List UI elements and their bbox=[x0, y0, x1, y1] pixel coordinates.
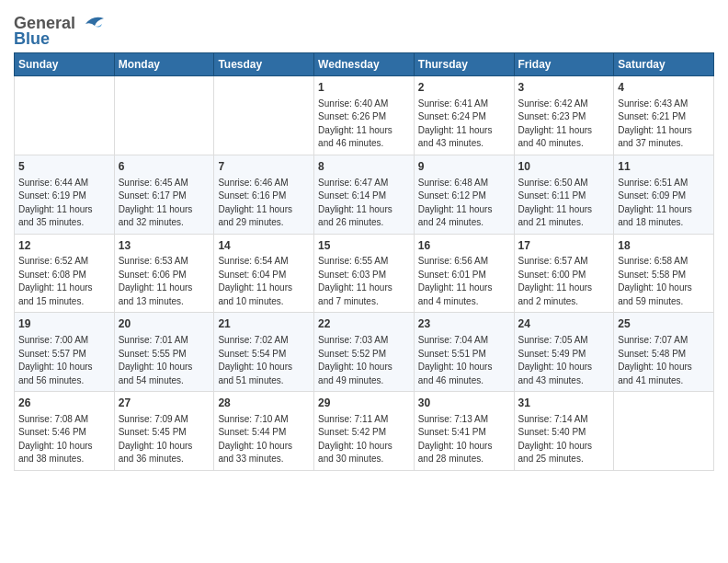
day-info: Sunrise: 6:57 AM Sunset: 6:00 PM Dayligh… bbox=[518, 255, 610, 308]
calendar-cell: 21Sunrise: 7:02 AM Sunset: 5:54 PM Dayli… bbox=[214, 313, 314, 392]
calendar-cell: 2Sunrise: 6:41 AM Sunset: 6:24 PM Daylig… bbox=[414, 76, 514, 155]
day-info: Sunrise: 7:11 AM Sunset: 5:42 PM Dayligh… bbox=[318, 413, 410, 466]
day-number: 23 bbox=[418, 316, 510, 332]
day-number: 21 bbox=[218, 316, 310, 332]
day-number: 9 bbox=[418, 159, 510, 175]
calendar-cell: 27Sunrise: 7:09 AM Sunset: 5:45 PM Dayli… bbox=[114, 392, 214, 471]
day-info: Sunrise: 6:56 AM Sunset: 6:01 PM Dayligh… bbox=[418, 255, 510, 308]
day-number: 27 bbox=[119, 396, 210, 411]
day-info: Sunrise: 7:14 AM Sunset: 5:40 PM Dayligh… bbox=[518, 413, 610, 466]
calendar-cell: 13Sunrise: 6:53 AM Sunset: 6:06 PM Dayli… bbox=[114, 234, 214, 313]
day-info: Sunrise: 6:53 AM Sunset: 6:06 PM Dayligh… bbox=[119, 255, 210, 308]
weekday-header-saturday: Saturday bbox=[614, 53, 714, 76]
calendar-cell: 26Sunrise: 7:08 AM Sunset: 5:46 PM Dayli… bbox=[15, 392, 115, 471]
logo-bird-icon bbox=[78, 13, 108, 33]
day-info: Sunrise: 6:46 AM Sunset: 6:16 PM Dayligh… bbox=[218, 177, 310, 230]
day-number: 30 bbox=[418, 396, 510, 411]
day-number: 12 bbox=[18, 238, 110, 254]
calendar-cell: 4Sunrise: 6:43 AM Sunset: 6:21 PM Daylig… bbox=[614, 76, 714, 155]
calendar-cell: 16Sunrise: 6:56 AM Sunset: 6:01 PM Dayli… bbox=[414, 234, 514, 313]
day-info: Sunrise: 6:48 AM Sunset: 6:12 PM Dayligh… bbox=[418, 177, 510, 230]
calendar-cell: 19Sunrise: 7:00 AM Sunset: 5:57 PM Dayli… bbox=[15, 313, 115, 392]
calendar-cell: 31Sunrise: 7:14 AM Sunset: 5:40 PM Dayli… bbox=[514, 392, 614, 471]
day-number: 8 bbox=[318, 159, 410, 175]
day-info: Sunrise: 7:04 AM Sunset: 5:51 PM Dayligh… bbox=[418, 334, 510, 387]
calendar-cell: 6Sunrise: 6:45 AM Sunset: 6:17 PM Daylig… bbox=[114, 155, 214, 234]
calendar-cell: 20Sunrise: 7:01 AM Sunset: 5:55 PM Dayli… bbox=[114, 313, 214, 392]
day-number: 24 bbox=[518, 316, 610, 332]
weekday-header-thursday: Thursday bbox=[414, 53, 514, 76]
day-number: 16 bbox=[418, 238, 510, 254]
calendar-cell bbox=[214, 76, 314, 155]
calendar-cell: 28Sunrise: 7:10 AM Sunset: 5:44 PM Dayli… bbox=[214, 392, 314, 471]
page-header: General Blue bbox=[14, 9, 714, 49]
day-info: Sunrise: 6:41 AM Sunset: 6:24 PM Dayligh… bbox=[418, 98, 510, 151]
day-number: 25 bbox=[618, 316, 710, 332]
calendar-cell: 24Sunrise: 7:05 AM Sunset: 5:49 PM Dayli… bbox=[514, 313, 614, 392]
weekday-header-sunday: Sunday bbox=[15, 53, 115, 76]
day-info: Sunrise: 6:51 AM Sunset: 6:09 PM Dayligh… bbox=[618, 177, 710, 230]
calendar-cell: 7Sunrise: 6:46 AM Sunset: 6:16 PM Daylig… bbox=[214, 155, 314, 234]
day-info: Sunrise: 6:44 AM Sunset: 6:19 PM Dayligh… bbox=[18, 177, 110, 230]
calendar-cell: 8Sunrise: 6:47 AM Sunset: 6:14 PM Daylig… bbox=[314, 155, 415, 234]
day-number: 4 bbox=[618, 80, 710, 96]
calendar-cell: 17Sunrise: 6:57 AM Sunset: 6:00 PM Dayli… bbox=[514, 234, 614, 313]
day-info: Sunrise: 6:58 AM Sunset: 5:58 PM Dayligh… bbox=[618, 255, 710, 308]
day-info: Sunrise: 7:07 AM Sunset: 5:48 PM Dayligh… bbox=[618, 334, 710, 387]
day-info: Sunrise: 6:52 AM Sunset: 6:08 PM Dayligh… bbox=[18, 255, 110, 308]
weekday-header-tuesday: Tuesday bbox=[214, 53, 314, 76]
calendar-cell: 3Sunrise: 6:42 AM Sunset: 6:23 PM Daylig… bbox=[514, 76, 614, 155]
day-info: Sunrise: 6:43 AM Sunset: 6:21 PM Dayligh… bbox=[618, 98, 710, 151]
week-row-5: 26Sunrise: 7:08 AM Sunset: 5:46 PM Dayli… bbox=[15, 392, 714, 471]
calendar-cell: 12Sunrise: 6:52 AM Sunset: 6:08 PM Dayli… bbox=[15, 234, 115, 313]
calendar-cell: 22Sunrise: 7:03 AM Sunset: 5:52 PM Dayli… bbox=[314, 313, 415, 392]
calendar-cell: 30Sunrise: 7:13 AM Sunset: 5:41 PM Dayli… bbox=[414, 392, 514, 471]
day-number: 19 bbox=[18, 316, 110, 332]
day-info: Sunrise: 6:42 AM Sunset: 6:23 PM Dayligh… bbox=[518, 98, 610, 151]
weekday-header-wednesday: Wednesday bbox=[314, 53, 415, 76]
day-info: Sunrise: 7:08 AM Sunset: 5:46 PM Dayligh… bbox=[18, 413, 110, 466]
calendar-cell: 18Sunrise: 6:58 AM Sunset: 5:58 PM Dayli… bbox=[614, 234, 714, 313]
day-number: 14 bbox=[218, 238, 310, 254]
day-info: Sunrise: 7:03 AM Sunset: 5:52 PM Dayligh… bbox=[318, 334, 410, 387]
day-info: Sunrise: 6:54 AM Sunset: 6:04 PM Dayligh… bbox=[218, 255, 310, 308]
calendar-cell bbox=[114, 76, 214, 155]
calendar-cell: 11Sunrise: 6:51 AM Sunset: 6:09 PM Dayli… bbox=[614, 155, 714, 234]
weekday-header-row: SundayMondayTuesdayWednesdayThursdayFrid… bbox=[15, 53, 714, 76]
day-number: 28 bbox=[218, 396, 310, 411]
day-number: 2 bbox=[418, 80, 510, 96]
logo-blue-text: Blue bbox=[14, 29, 50, 49]
calendar-cell: 23Sunrise: 7:04 AM Sunset: 5:51 PM Dayli… bbox=[414, 313, 514, 392]
day-info: Sunrise: 7:13 AM Sunset: 5:41 PM Dayligh… bbox=[418, 413, 510, 466]
day-info: Sunrise: 7:01 AM Sunset: 5:55 PM Dayligh… bbox=[119, 334, 210, 387]
day-info: Sunrise: 6:47 AM Sunset: 6:14 PM Dayligh… bbox=[318, 177, 410, 230]
day-number: 29 bbox=[318, 396, 410, 411]
day-info: Sunrise: 6:50 AM Sunset: 6:11 PM Dayligh… bbox=[518, 177, 610, 230]
day-number: 13 bbox=[119, 238, 210, 254]
day-number: 15 bbox=[318, 238, 410, 254]
day-info: Sunrise: 7:09 AM Sunset: 5:45 PM Dayligh… bbox=[119, 413, 210, 466]
weekday-header-monday: Monday bbox=[114, 53, 214, 76]
week-row-1: 1Sunrise: 6:40 AM Sunset: 6:26 PM Daylig… bbox=[15, 76, 714, 155]
calendar-cell: 10Sunrise: 6:50 AM Sunset: 6:11 PM Dayli… bbox=[514, 155, 614, 234]
day-number: 6 bbox=[119, 159, 210, 175]
day-number: 5 bbox=[18, 159, 110, 175]
day-number: 22 bbox=[318, 316, 410, 332]
week-row-2: 5Sunrise: 6:44 AM Sunset: 6:19 PM Daylig… bbox=[15, 155, 714, 234]
calendar-cell: 14Sunrise: 6:54 AM Sunset: 6:04 PM Dayli… bbox=[214, 234, 314, 313]
day-number: 18 bbox=[618, 238, 710, 254]
day-number: 10 bbox=[518, 159, 610, 175]
calendar-table: SundayMondayTuesdayWednesdayThursdayFrid… bbox=[14, 52, 714, 471]
calendar-cell: 29Sunrise: 7:11 AM Sunset: 5:42 PM Dayli… bbox=[314, 392, 415, 471]
week-row-4: 19Sunrise: 7:00 AM Sunset: 5:57 PM Dayli… bbox=[15, 313, 714, 392]
week-row-3: 12Sunrise: 6:52 AM Sunset: 6:08 PM Dayli… bbox=[15, 234, 714, 313]
day-number: 1 bbox=[318, 80, 410, 96]
day-number: 20 bbox=[119, 316, 210, 332]
day-info: Sunrise: 6:45 AM Sunset: 6:17 PM Dayligh… bbox=[119, 177, 210, 230]
logo: General Blue bbox=[14, 13, 108, 49]
calendar-cell: 9Sunrise: 6:48 AM Sunset: 6:12 PM Daylig… bbox=[414, 155, 514, 234]
day-info: Sunrise: 7:02 AM Sunset: 5:54 PM Dayligh… bbox=[218, 334, 310, 387]
calendar-cell: 15Sunrise: 6:55 AM Sunset: 6:03 PM Dayli… bbox=[314, 234, 415, 313]
day-info: Sunrise: 7:00 AM Sunset: 5:57 PM Dayligh… bbox=[18, 334, 110, 387]
calendar-cell bbox=[614, 392, 714, 471]
